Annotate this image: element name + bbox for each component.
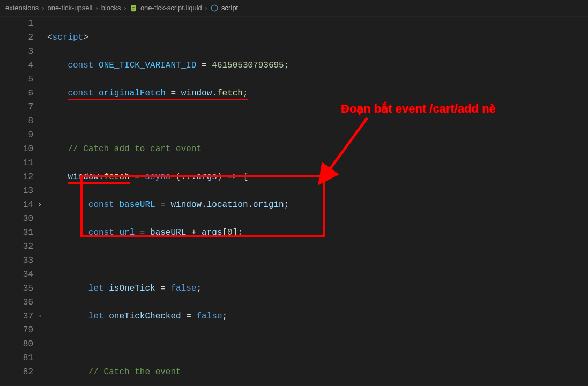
line-number: 13 [0,184,33,198]
breadcrumb-separator: › [95,1,98,15]
line-number: 3 [0,44,33,58]
line-number: 9 [0,128,33,142]
line-number: 2 [0,31,33,44]
shopify-file-icon [130,4,137,12]
code-line[interactable] [47,114,356,128]
line-number: 36 [0,295,33,309]
fold-chevron-icon[interactable]: › [38,198,42,212]
code-editor[interactable]: 1 2 3 4 5 6 7 8 9 10 11 12 13 14› 30 31 … [0,17,588,386]
line-number: 31 [0,226,33,240]
code-line[interactable]: window.fetch = async (...args) => { [47,170,356,184]
line-number: 80 [0,337,33,351]
breadcrumb-segment[interactable]: extensions [5,1,39,15]
line-number: 37› [0,309,33,323]
line-number: 32 [0,240,33,254]
line-number: 79 [0,323,33,337]
breadcrumb[interactable]: extensions › one-tick-upsell › blocks › … [0,0,588,17]
line-number: 12 [0,170,33,184]
line-number: 34 [0,268,33,281]
line-number: 33 [0,254,33,268]
line-number: 81 [0,351,33,365]
breadcrumb-separator: › [205,1,207,15]
breadcrumb-separator: › [124,1,126,15]
code-line[interactable]: // Catch the event [47,365,356,379]
line-number: 7 [0,100,33,114]
code-line[interactable]: const originalFetch = window.fetch; [47,86,356,100]
code-line[interactable]: const ONE_TICK_VARIANT_ID = 461505307936… [47,58,356,72]
line-number: 10 [0,142,33,156]
line-number: 6 [0,86,33,100]
code-content[interactable]: <script> const ONE_TICK_VARIANT_ID = 461… [43,17,356,386]
code-line[interactable]: // Catch add to cart event [47,142,356,156]
line-number: 5 [0,72,33,86]
code-line[interactable]: <script> [47,31,356,44]
code-line[interactable]: let isOneTick = false; [47,281,356,295]
line-number: 4 [0,58,33,72]
breadcrumb-segment[interactable]: one-tick-upsell [48,1,93,15]
line-number: 82 [0,365,33,379]
breadcrumb-segment[interactable]: blocks [101,1,121,15]
breadcrumb-separator: › [42,1,44,15]
line-number: 8 [0,114,33,128]
code-line[interactable] [47,254,356,268]
code-line[interactable] [47,337,356,351]
line-number: 11 [0,156,33,170]
line-number-gutter: 1 2 3 4 5 6 7 8 9 10 11 12 13 14› 30 31 … [0,17,43,379]
line-number: 35 [0,281,33,295]
breadcrumb-segment[interactable]: one-tick-script.liquid [140,1,202,15]
code-line[interactable]: const url = baseURL + args[0]; [47,226,356,240]
breadcrumb-segment[interactable]: script [221,1,238,15]
svg-rect-0 [131,5,136,11]
line-number: 14› [0,198,33,212]
line-number: 30 [0,212,33,226]
code-line[interactable]: const baseURL = window.location.origin; [47,198,356,212]
symbol-module-icon [211,4,218,12]
fold-chevron-icon[interactable]: › [38,309,42,323]
code-line[interactable]: let oneTickChecked = false; [47,309,356,323]
line-number: 1 [0,17,33,31]
